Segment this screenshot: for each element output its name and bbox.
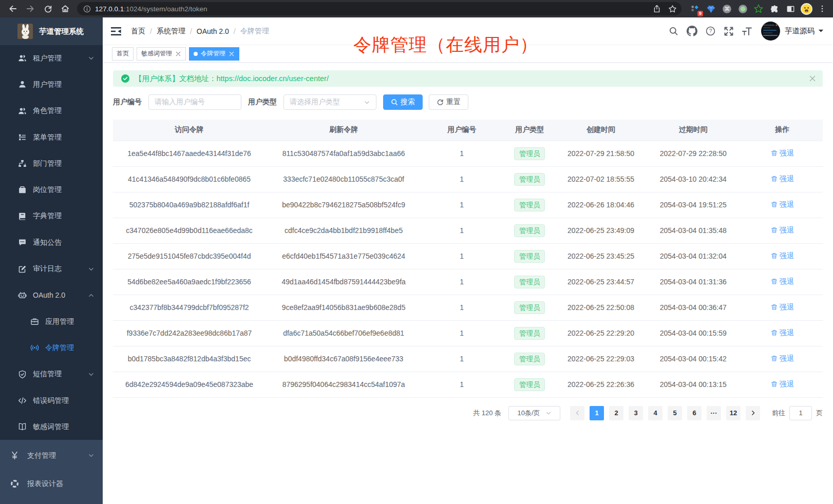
- force-logout-button[interactable]: 强退: [771, 277, 794, 286]
- sidebar-item-角色管理[interactable]: 角色管理: [0, 98, 103, 124]
- share-button[interactable]: [651, 3, 663, 15]
- breadcrumb-separator: /: [150, 27, 152, 35]
- sidebar-item-岗位管理[interactable]: 岗位管理: [0, 177, 103, 203]
- page-button-3[interactable]: 3: [629, 406, 643, 420]
- app-logo-row[interactable]: 芋道管理系统: [0, 17, 103, 45]
- sidebar-item-租户管理[interactable]: 租户管理: [0, 45, 103, 71]
- user-menu[interactable]: 芋道源码: [761, 22, 824, 41]
- bookmark-star-button[interactable]: [666, 3, 678, 15]
- user-id-input[interactable]: 请输入用户编号: [148, 94, 241, 110]
- table-cell: 1: [422, 141, 502, 166]
- breadcrumb-item[interactable]: 首页: [131, 27, 145, 36]
- extensions-puzzle-icon[interactable]: [768, 2, 781, 16]
- prev-page-button[interactable]: [570, 406, 584, 420]
- extension-command-icon[interactable]: ⌘: [720, 2, 733, 16]
- fullscreen-button[interactable]: [723, 26, 734, 37]
- tab-close-icon[interactable]: [175, 51, 181, 57]
- user-type-badge: 管理员: [514, 250, 545, 263]
- chevron-down-icon: [88, 55, 94, 62]
- table-cell: 强退: [742, 295, 823, 320]
- sidebar-item-label: 令牌管理: [45, 343, 94, 353]
- page-size-select[interactable]: 10条/页: [508, 406, 560, 420]
- force-logout-button[interactable]: 强退: [771, 175, 794, 184]
- force-logout-button[interactable]: 强退: [771, 328, 794, 338]
- extension-gem-icon[interactable]: [704, 2, 717, 16]
- sidebar-item-label: 短信管理: [33, 370, 88, 379]
- sidebar-item-菜单管理[interactable]: 菜单管理: [0, 124, 103, 150]
- force-logout-button[interactable]: 强退: [771, 380, 794, 389]
- user-type-label: 用户类型: [248, 98, 277, 107]
- trash-icon: [771, 150, 778, 157]
- browser-refresh-button[interactable]: [41, 2, 54, 15]
- sidebar-item-报表设计器[interactable]: 报表设计器: [0, 470, 103, 498]
- dictionary-icon: [18, 212, 27, 221]
- tab-close-icon[interactable]: [229, 51, 235, 57]
- page-button-12[interactable]: 12: [726, 406, 741, 420]
- tab-首页[interactable]: 首页: [112, 47, 134, 61]
- alert-doc-link[interactable]: https://doc.iocoder.cn/user-center/: [217, 74, 329, 83]
- sidebar-collapse-button[interactable]: [110, 27, 122, 36]
- side-panel-icon[interactable]: [784, 2, 797, 16]
- user-type-badge: 管理员: [514, 327, 545, 340]
- pagination-ellipsis[interactable]: ···: [707, 406, 721, 420]
- browser-back-button[interactable]: [6, 2, 20, 15]
- browser-home-button[interactable]: [59, 2, 72, 15]
- table-cell: 2022-06-25 23:49:09: [557, 218, 645, 243]
- page-button-2[interactable]: 2: [609, 406, 623, 420]
- sidebar-item-通知公告[interactable]: 通知公告: [0, 229, 103, 256]
- tab-令牌管理[interactable]: 令牌管理: [189, 47, 239, 61]
- sidebar-item-字典管理[interactable]: 字典管理: [0, 203, 103, 229]
- tab-label: 令牌管理: [201, 49, 225, 58]
- sidebar-item-应用管理[interactable]: 应用管理: [0, 308, 103, 335]
- github-link-button[interactable]: [686, 26, 697, 37]
- table-row: 502375b8040a469a9b82188afdf6af1fbe90422b…: [113, 192, 823, 218]
- browser-menu-button[interactable]: [816, 2, 829, 16]
- breadcrumb-item[interactable]: 系统管理: [157, 27, 185, 36]
- browser-forward-button[interactable]: [24, 2, 37, 15]
- next-page-button[interactable]: [746, 406, 760, 420]
- help-button[interactable]: ?: [705, 26, 716, 37]
- force-logout-button[interactable]: 强退: [771, 303, 794, 312]
- page-button-5[interactable]: 5: [668, 406, 682, 420]
- extension-stoplight-icon[interactable]: 9: [688, 2, 702, 16]
- alert-close-icon[interactable]: [809, 75, 816, 82]
- goto-page-input[interactable]: [789, 406, 812, 420]
- page-button-6[interactable]: 6: [687, 406, 702, 420]
- table-cell: 275e5de9151045fe87cbdc395e004f4d: [113, 243, 266, 269]
- column-header: 用户类型: [502, 120, 557, 141]
- page-button-4[interactable]: 4: [648, 406, 662, 420]
- robot-icon: [18, 291, 27, 300]
- force-logout-button[interactable]: 强退: [771, 226, 794, 235]
- reset-button[interactable]: 重置: [429, 94, 468, 110]
- sidebar-item-审计日志[interactable]: 审计日志: [0, 256, 103, 282]
- address-bar[interactable]: 127.0.0.1:1024/system/oauth2/token: [77, 2, 681, 15]
- user-type-select[interactable]: 请选择用户类型: [283, 94, 376, 110]
- tab-敏感词管理[interactable]: 敏感词管理: [137, 47, 186, 61]
- table-cell: 1: [422, 295, 502, 320]
- force-logout-button[interactable]: 强退: [771, 149, 794, 158]
- force-logout-button[interactable]: 强退: [771, 251, 794, 261]
- sidebar-item-敏感词管理[interactable]: 敏感词管理: [0, 414, 103, 440]
- search-button[interactable]: 搜索: [383, 94, 423, 110]
- font-size-button[interactable]: [742, 26, 753, 37]
- header-search-button[interactable]: [668, 26, 679, 37]
- sidebar-item-令牌管理[interactable]: 令牌管理: [0, 335, 103, 361]
- url-text: 127.0.0.1:1024/system/oauth2/token: [95, 5, 207, 13]
- sidebar-item-label: 支付管理: [27, 451, 88, 460]
- browser-profile-avatar[interactable]: [800, 2, 813, 16]
- sidebar-item-错误码管理[interactable]: 错误码管理: [0, 387, 103, 414]
- page-button-1[interactable]: 1: [590, 406, 604, 420]
- sidebar-item-短信管理[interactable]: 短信管理: [0, 361, 103, 387]
- extension-star-icon[interactable]: [752, 2, 765, 16]
- sidebar-item-部门管理[interactable]: 部门管理: [0, 150, 103, 177]
- extension-record-icon[interactable]: [736, 2, 749, 16]
- sidebar-item-OAuth 2.0[interactable]: OAuth 2.0: [0, 282, 103, 308]
- force-logout-button[interactable]: 强退: [771, 200, 794, 209]
- sidebar-item-支付管理[interactable]: 支付管理: [0, 441, 103, 470]
- trash-icon: [771, 329, 778, 336]
- table-cell: 1: [422, 243, 502, 269]
- breadcrumb-item[interactable]: OAuth 2.0: [197, 27, 229, 35]
- force-logout-button[interactable]: 强退: [771, 354, 794, 363]
- chevron-left-icon: [575, 410, 580, 416]
- sidebar-item-用户管理[interactable]: 用户管理: [0, 71, 103, 98]
